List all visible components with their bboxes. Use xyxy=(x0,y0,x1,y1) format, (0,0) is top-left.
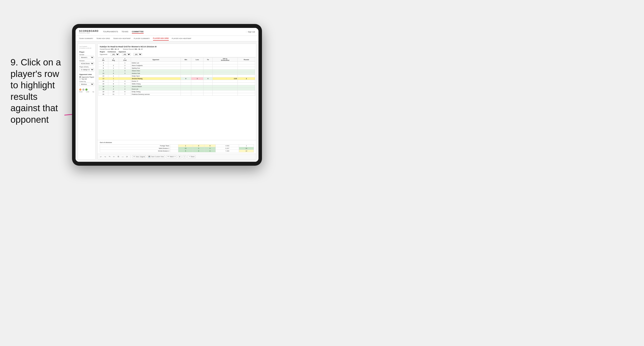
table-row[interactable]: 6 1 3 Sydney Kuo xyxy=(99,67,255,70)
logo: SCOREBOARD Powered by clippd xyxy=(79,30,98,33)
col-win: Win xyxy=(180,58,191,62)
logo-subtitle: Powered by clippd xyxy=(79,32,98,33)
col-opponent: Opponent xyxy=(131,58,180,62)
table-row[interactable]: 20 11 7 Federica Domecq Lacroze xyxy=(99,93,255,96)
filter-selects-row: Opponents: (All) (All) (All) xyxy=(100,53,254,56)
sub-nav-player-h2h-grid[interactable]: PLAYER H2H GRID xyxy=(153,36,169,40)
sub-nav-team-summary[interactable]: TEAM SUMMARY xyxy=(79,37,93,40)
ood-table: Foreign Team 1 0 0 4.500 2 NAIA Division… xyxy=(100,144,254,152)
nav-links: TOURNAMENTS TEAMS COMMITTEE xyxy=(103,30,246,33)
sign-out-button[interactable]: Sign out xyxy=(248,31,255,33)
grid-header: Katelyn Vo Head-to-Head Grid for Women's… xyxy=(98,44,256,57)
toolbar: ↩ ↪ ↷ ✂ ⧉ — ⟳ 👁 View: Original 💾 Save Cu… xyxy=(98,154,256,159)
grid-table: #Div #Reg #Conf Opponent Win Loss Tie Di… xyxy=(98,57,255,96)
legend-up xyxy=(85,89,88,91)
table-row[interactable]: 18 2 2 Euna Lee xyxy=(99,88,255,90)
radio-opponents-played[interactable]: Opponents Played xyxy=(79,76,94,78)
share-button[interactable]: ↗ Share xyxy=(188,155,196,158)
division-select[interactable]: NCAA Division III xyxy=(79,62,94,65)
redo-icon[interactable]: ↪ xyxy=(104,155,107,158)
view-original-button[interactable]: 👁 View: Original xyxy=(132,155,146,158)
overall-record: Overall Record: 353 - 34 - 6 xyxy=(100,48,118,50)
legend-labels: Down Level Up xyxy=(79,91,94,92)
table-row[interactable]: 19 10 6 Emily Chang xyxy=(99,90,255,93)
nav-committee[interactable]: COMMITTEE xyxy=(132,30,144,33)
sub-nav-team-h2h-heatmap[interactable]: TEAM H2H HEATMAP xyxy=(113,37,131,40)
col-diff: Diff AvStrokes/Rnd xyxy=(212,58,238,62)
annotation-text: 9. Click on a player's row to highlight … xyxy=(10,57,65,125)
conference-select[interactable]: (All) xyxy=(122,53,131,56)
radio-top100[interactable]: Top 100 xyxy=(79,78,94,80)
watch-button[interactable]: 👁 Watch ▾ xyxy=(166,155,176,158)
scissors-icon[interactable]: ✂ xyxy=(112,155,116,158)
last-updated: Last Updated: 27/03/2024 16:55:28 xyxy=(79,46,94,49)
redo2-icon[interactable]: ↷ xyxy=(108,155,111,158)
table-row[interactable]: 10 6 3 Andrea York xyxy=(99,72,255,75)
grid-area: Katelyn Vo Head-to-Head Grid for Women's… xyxy=(97,44,256,160)
annotation-step: 9. Click on a player's row to highlight … xyxy=(10,57,61,125)
legend-circles xyxy=(79,89,94,91)
sub-nav-team-h2h-grid[interactable]: TEAM H2H GRID xyxy=(96,37,110,40)
logo-title: SCOREBOARD xyxy=(79,30,98,32)
player-select[interactable]: 8. Katelyn Vo xyxy=(79,68,94,71)
sub-nav-player-h2h-heatmap[interactable]: PLAYER H2H HEATMAP xyxy=(172,37,192,40)
colour-by-label: Colour by xyxy=(79,81,94,82)
eye-icon: 👁 xyxy=(134,156,135,158)
chevron-down-icon: ▾ xyxy=(175,156,176,158)
table-row[interactable]: 3 1 Esther Lee xyxy=(99,62,255,64)
grid-table-body: 3 1 Esther Lee xyxy=(99,62,255,96)
tablet-screen: SCOREBOARD Powered by clippd TOURNAMENTS… xyxy=(76,28,258,162)
dash-icon[interactable]: — xyxy=(121,155,124,158)
col-reg: #Reg xyxy=(108,58,119,62)
ood-row: NAIA Division 1 15 0 0 9.267 30 xyxy=(100,147,254,150)
region-select[interactable]: (All) xyxy=(111,53,120,56)
out-of-division: Out of division Foreign Team 1 0 0 4.500… xyxy=(98,140,256,154)
ood-row: Foreign Team 1 0 0 4.500 2 xyxy=(100,145,254,147)
division-record: Division Record: 331 - 34 - 6 xyxy=(123,48,142,50)
table-row[interactable]: 9 1 4 Sharon Mun xyxy=(99,70,255,72)
nav-bar: SCOREBOARD Powered by clippd TOURNAMENTS… xyxy=(76,28,258,36)
player-rank-label: Player (Rank) xyxy=(79,66,94,68)
refresh-icon[interactable]: ⟳ xyxy=(126,155,128,158)
col-tie: Tie xyxy=(204,58,213,62)
gender-label: Gender xyxy=(79,54,94,55)
grid-icon-button[interactable]: ⊞ xyxy=(178,155,182,158)
legend-down xyxy=(79,89,82,91)
legend: Down Level Up xyxy=(79,89,94,92)
grid-title: Katelyn Vo Head-to-Head Grid for Women's… xyxy=(100,46,254,48)
gender-select[interactable]: Women's xyxy=(79,56,94,59)
table-row[interactable]: 5 2 2 Alexis Sudjianto xyxy=(99,64,255,67)
colour-by-select[interactable]: Win/loss xyxy=(79,83,94,86)
save-custom-button[interactable]: 💾 Save Custom View xyxy=(147,155,165,158)
col-loss: Loss xyxy=(191,58,204,62)
sidebar: Last Updated: 27/03/2024 16:55:28 Player… xyxy=(78,44,96,160)
col-rounds: Rounds xyxy=(238,58,255,62)
records-row: Overall Record: 353 - 34 - 6 Division Re… xyxy=(100,48,254,50)
filter-row: Region Conference Opponent xyxy=(100,51,254,52)
out-of-division-title: Out of division xyxy=(100,142,254,144)
export-icon-button[interactable]: ⬡ xyxy=(183,155,186,158)
table-row[interactable]: 15 8 5 Stella Chang xyxy=(99,83,255,85)
radio-dot-opponents xyxy=(79,76,81,78)
nav-teams[interactable]: TEAMS xyxy=(122,30,128,33)
filter-conference: Conference xyxy=(108,51,116,52)
table-header-row: #Div #Reg #Conf Opponent Win Loss Tie Di… xyxy=(99,58,255,62)
col-div: #Div xyxy=(99,58,108,62)
ood-row: NCAA Division 2 5 0 0 7.400 10 xyxy=(100,150,254,152)
filter-region: Region xyxy=(100,51,105,52)
opponent-view-label: Opponent view xyxy=(79,73,94,75)
table-row[interactable]: 13 1 Jessica Huang 0 1 0 -3.00 2 xyxy=(99,77,255,80)
sub-nav-player-summary[interactable]: PLAYER SUMMARY xyxy=(134,37,150,40)
main-content: Last Updated: 27/03/2024 16:55:28 Player… xyxy=(76,41,258,162)
table-row[interactable]: 16 9 1 Jessica Mason xyxy=(99,85,255,88)
table-row[interactable]: 14 7 4 Eunice Yi xyxy=(99,80,255,83)
watch-icon: 👁 xyxy=(168,156,169,158)
table-row[interactable]: 13 1 Heejo Hyun xyxy=(99,75,255,77)
opponent-select[interactable]: (All) xyxy=(134,53,142,56)
grid-table-wrapper: #Div #Reg #Conf Opponent Win Loss Tie Di… xyxy=(98,57,256,140)
copy-icon[interactable]: ⧉ xyxy=(117,155,120,158)
share-icon: ↗ xyxy=(188,156,190,158)
opponent-view-options: Opponents Played Top 100 xyxy=(79,76,94,80)
undo-icon[interactable]: ↩ xyxy=(99,155,102,158)
nav-tournaments[interactable]: TOURNAMENTS xyxy=(103,30,118,33)
